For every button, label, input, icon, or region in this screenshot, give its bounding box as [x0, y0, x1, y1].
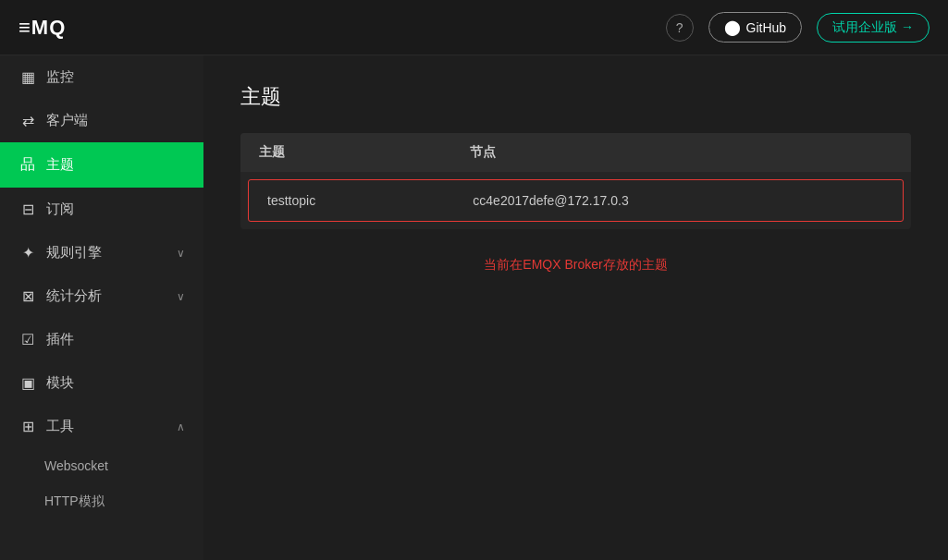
- sidebar-item-subscribe[interactable]: ⊟ 订阅: [0, 188, 203, 231]
- github-button[interactable]: ⬤ GitHub: [708, 12, 803, 43]
- github-label: GitHub: [746, 20, 787, 35]
- http-label: HTTP模拟: [44, 493, 105, 510]
- table-row: testtopic cc4e2017defe@172.17.0.3: [248, 179, 904, 222]
- stats-icon: ⊠: [18, 287, 37, 305]
- logo: ≡MQ: [18, 16, 66, 40]
- column-header-node: 节点: [470, 144, 893, 161]
- websocket-label: Websocket: [44, 458, 108, 473]
- sidebar-item-label: 主题: [46, 156, 74, 174]
- sidebar-sub-item-http[interactable]: HTTP模拟: [0, 483, 203, 520]
- sidebar-item-label: 监控: [46, 68, 74, 86]
- sidebar-item-rules[interactable]: ✦ 规则引擎 ∨: [0, 231, 203, 274]
- monitor-icon: ▦: [18, 68, 37, 86]
- sidebar-item-label: 订阅: [46, 201, 74, 218]
- chevron-down-icon: ∨: [177, 290, 185, 303]
- tools-icon: ⊞: [18, 418, 37, 435]
- plugins-icon: ☑: [18, 331, 37, 348]
- github-icon: ⬤: [724, 18, 741, 36]
- table-header: 主题 节点: [240, 133, 911, 172]
- cell-node: cc4e2017defe@172.17.0.3: [473, 193, 884, 208]
- sidebar-item-client[interactable]: ⇄ 客户端: [0, 99, 203, 142]
- trial-button[interactable]: 试用企业版 →: [817, 13, 930, 43]
- cell-topic: testtopic: [267, 193, 473, 208]
- sidebar-item-label: 插件: [46, 331, 74, 348]
- sidebar-item-topic[interactable]: 品 主题: [0, 142, 203, 188]
- topics-table: 主题 节点 testtopic cc4e2017defe@172.17.0.3: [240, 133, 911, 229]
- header-right: ? ⬤ GitHub 试用企业版 →: [666, 12, 930, 43]
- sidebar-item-label: 统计分析: [46, 287, 102, 305]
- page-title: 主题: [240, 83, 911, 111]
- logo-icon: ≡MQ: [18, 16, 66, 40]
- column-header-topic: 主题: [259, 144, 470, 161]
- chevron-down-icon: ∨: [177, 247, 185, 260]
- sidebar-item-stats[interactable]: ⊠ 统计分析 ∨: [0, 274, 203, 318]
- sidebar-sub-item-websocket[interactable]: Websocket: [0, 448, 203, 483]
- topic-icon: 品: [18, 155, 37, 175]
- sidebar-item-label: 工具: [46, 418, 74, 435]
- sidebar-item-label: 模块: [46, 374, 74, 392]
- rules-icon: ✦: [18, 244, 37, 262]
- header: ≡MQ ? ⬤ GitHub 试用企业版 →: [0, 0, 948, 55]
- info-text: 当前在EMQX Broker存放的主题: [240, 257, 911, 274]
- content-area: 主题 主题 节点 testtopic cc4e2017defe@172.17.0…: [203, 55, 948, 560]
- sidebar-item-modules[interactable]: ▣ 模块: [0, 361, 203, 405]
- main-container: ▦ 监控 ⇄ 客户端 品 主题 ⊟ 订阅 ✦ 规则引擎 ∨ ⊠ 统计分析 ∨ ☑…: [0, 55, 948, 560]
- sidebar: ▦ 监控 ⇄ 客户端 品 主题 ⊟ 订阅 ✦ 规则引擎 ∨ ⊠ 统计分析 ∨ ☑…: [0, 55, 203, 560]
- sidebar-item-label: 客户端: [46, 112, 88, 129]
- sidebar-item-tools[interactable]: ⊞ 工具 ∧: [0, 405, 203, 448]
- sidebar-item-monitor[interactable]: ▦ 监控: [0, 55, 203, 99]
- sidebar-item-plugins[interactable]: ☑ 插件: [0, 318, 203, 361]
- subscribe-icon: ⊟: [18, 201, 37, 218]
- client-icon: ⇄: [18, 112, 37, 129]
- help-button[interactable]: ?: [666, 14, 694, 42]
- modules-icon: ▣: [18, 374, 37, 392]
- sidebar-item-label: 规则引擎: [46, 244, 102, 262]
- chevron-up-icon: ∧: [177, 420, 185, 433]
